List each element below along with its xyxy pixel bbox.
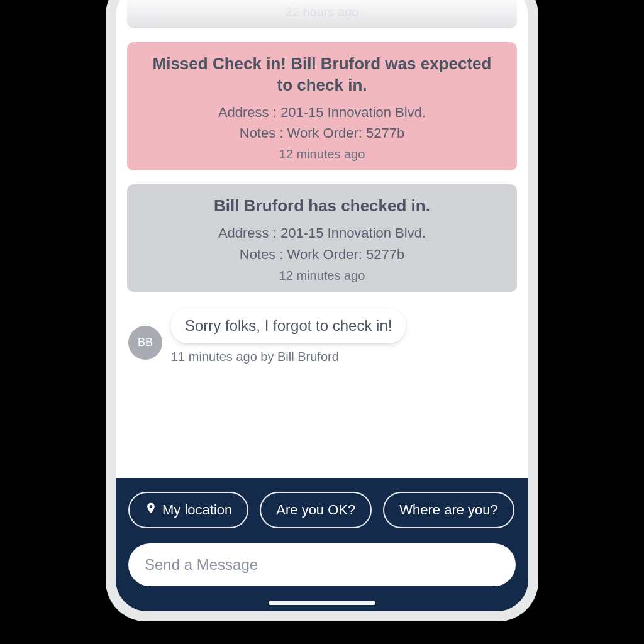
phone-frame: Notes : Work order: 1725 22 hours ago Mi…	[106, 0, 538, 621]
card-title: Missed Check in! Bill Bruford was expect…	[143, 53, 501, 96]
card-address: Address : 201-15 Innovation Blvd.	[143, 223, 501, 243]
card-timestamp: 12 minutes ago	[143, 269, 501, 283]
status-card-checked-in: Bill Bruford has checked in. Address : 2…	[127, 184, 517, 292]
card-address: Address : 201-15 Innovation Blvd.	[143, 103, 501, 123]
card-timestamp: 22 hours ago	[143, 5, 501, 19]
quick-reply-row: My location Are you OK? Where are you?	[116, 492, 528, 528]
chip-label: Where are you?	[399, 502, 498, 518]
message-input[interactable]	[128, 543, 516, 586]
avatar: BB	[128, 326, 162, 360]
card-notes: Notes : Work Order: 5277b	[143, 123, 501, 143]
chip-label: My location	[162, 502, 232, 518]
chat-bubble: Sorry folks, I forgot to check in!	[171, 308, 406, 343]
card-notes: Notes : Work order: 1725	[143, 0, 501, 4]
chat-message-row: BB Sorry folks, I forgot to check in! 11…	[127, 308, 517, 368]
status-card-faded: Notes : Work order: 1725 22 hours ago	[127, 0, 517, 28]
quick-reply-my-location[interactable]: My location	[128, 492, 248, 528]
chip-label: Are you OK?	[276, 502, 355, 518]
card-notes: Notes : Work Order: 5277b	[143, 245, 501, 265]
screen: Notes : Work order: 1725 22 hours ago Mi…	[116, 0, 528, 611]
chat-message-meta: 11 minutes ago by Bill Bruford	[171, 350, 516, 364]
status-card-missed-checkin: Missed Check in! Bill Bruford was expect…	[127, 42, 517, 170]
home-indicator	[269, 601, 375, 605]
activity-feed: Notes : Work order: 1725 22 hours ago Mi…	[116, 0, 528, 478]
location-pin-icon	[145, 501, 157, 519]
card-timestamp: 12 minutes ago	[143, 147, 501, 162]
card-title: Bill Bruford has checked in.	[143, 196, 501, 217]
composer-bar: My location Are you OK? Where are you?	[116, 478, 528, 611]
quick-reply-where-are-you[interactable]: Where are you?	[383, 492, 514, 528]
quick-reply-are-you-ok[interactable]: Are you OK?	[260, 492, 372, 528]
